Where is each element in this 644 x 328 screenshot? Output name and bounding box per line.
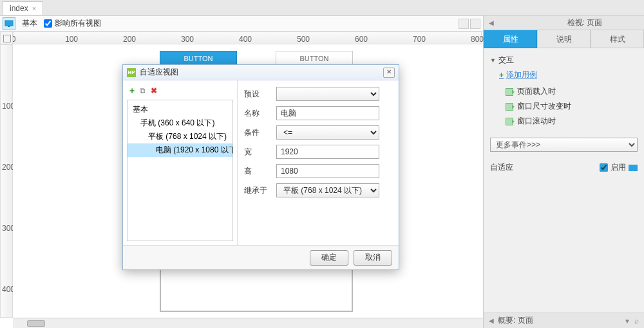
tree-item-mobile[interactable]: 手机 (360 x 640 以下): [128, 116, 232, 130]
filter-icon[interactable]: ▾: [625, 316, 629, 325]
affect-all-label: 影响所有视图: [55, 18, 101, 29]
document-tab-bar: index ×: [0, 0, 644, 16]
more-events-select-wrap: 更多事件>>>: [490, 138, 638, 152]
ok-button[interactable]: 确定: [310, 250, 348, 266]
close-icon[interactable]: ×: [32, 5, 36, 12]
dialog-titlebar[interactable]: RP 自适应视图 ✕: [123, 65, 399, 80]
tab-description[interactable]: 说明: [537, 30, 591, 48]
ruler-tick: 200: [123, 35, 136, 44]
scrollbar-thumb[interactable]: [27, 320, 45, 327]
inherit-select[interactable]: 平板 (768 x 1024 以下): [276, 183, 379, 197]
preset-label: 预设: [244, 89, 276, 100]
ruler-tick: 500: [297, 35, 310, 44]
document-tab[interactable]: index ×: [3, 1, 43, 15]
event-label: 页面载入时: [517, 86, 556, 97]
enable-label: 启用: [611, 162, 626, 173]
inspector-tabs: 属性 说明 样式: [484, 30, 644, 48]
adaptive-view-icon[interactable]: [3, 17, 15, 30]
event-onload[interactable]: 页面载入时: [490, 84, 638, 99]
tab-style[interactable]: 样式: [591, 30, 644, 48]
ruler-tick: 300: [181, 35, 194, 44]
condition-label: 条件: [244, 127, 276, 138]
event-onresize[interactable]: 窗口尺寸改变时: [490, 99, 638, 114]
height-label: 高: [244, 166, 276, 177]
ruler-tick: 400: [239, 35, 252, 44]
delete-view-button[interactable]: ✖: [151, 86, 157, 95]
height-input[interactable]: [276, 164, 379, 178]
tab-properties[interactable]: 属性: [484, 30, 537, 48]
interaction-section: ▼ 交互 + 添加用例 页面载入时 窗口尺寸改变时 窗口滚动时: [484, 48, 644, 132]
add-case-label: 添加用例: [506, 69, 537, 80]
duplicate-view-button[interactable]: ⧉: [140, 86, 146, 95]
horizontal-scrollbar[interactable]: [13, 318, 483, 328]
app-logo-icon: RP: [127, 68, 136, 77]
adaptive-views-dialog: RP 自适应视图 ✕ + ⧉ ✖ 基本 手机 (360 x 640 以下) 平板…: [122, 64, 399, 270]
add-case-link[interactable]: + 添加用例: [490, 68, 638, 84]
event-onscroll[interactable]: 窗口滚动时: [490, 114, 638, 129]
affect-all-checkbox-input[interactable]: [44, 19, 52, 28]
search-icon[interactable]: ⌕: [634, 316, 639, 325]
tree-item-tablet[interactable]: 平板 (768 x 1024 以下): [128, 130, 232, 143]
base-view-label[interactable]: 基本: [18, 18, 41, 29]
inspector-panel: ◀ 检视: 页面 属性 说明 样式 ▼ 交互 + 添加用例 页面载入时 窗口尺寸…: [483, 16, 644, 328]
toolbar-mini-btn-1[interactable]: [459, 19, 469, 29]
dialog-tree-pane: + ⧉ ✖ 基本 手机 (360 x 640 以下) 平板 (768 x 102…: [123, 80, 238, 245]
dialog-close-button[interactable]: ✕: [383, 68, 395, 78]
ruler-vertical: 100200300400: [0, 44, 13, 318]
ruler-tick: 800: [471, 35, 484, 44]
condition-select[interactable]: <=: [276, 125, 379, 140]
tree-toolbar: + ⧉ ✖: [127, 84, 233, 100]
ruler-tick: 600: [355, 35, 368, 44]
outline-title: 概要: 页面: [498, 315, 533, 326]
event-icon: [506, 88, 513, 96]
outline-footer[interactable]: ◀ 概要: 页面 ▾ ⌕: [484, 313, 644, 328]
tree-item-base[interactable]: 基本: [128, 103, 232, 116]
event-label: 窗口尺寸改变时: [517, 101, 571, 112]
more-events-select[interactable]: 更多事件>>>: [490, 138, 638, 152]
interaction-label: 交互: [498, 55, 514, 66]
add-view-button[interactable]: +: [129, 86, 135, 96]
ruler-horizontal: 0100200300400500600700800: [13, 32, 482, 44]
svg-rect-1: [8, 26, 10, 27]
toolbar-mini-btn-2[interactable]: [470, 19, 480, 29]
dialog-form-pane: 预设 名称 条件 <= 宽 高 继承于 平板 (768 x 1024 以下): [238, 80, 399, 245]
inspector-header: ◀ 检视: 页面: [484, 16, 644, 30]
ruler-tick: 100: [65, 35, 78, 44]
tree-item-desktop[interactable]: 电脑 (1920 x 1080 以下): [128, 143, 232, 157]
chevron-down-icon: ▼: [490, 57, 496, 64]
adaptive-row: 自适应 启用: [484, 157, 644, 178]
event-icon: [506, 118, 513, 125]
event-icon: [506, 103, 513, 111]
adaptive-label: 自适应: [490, 162, 513, 173]
width-label: 宽: [244, 147, 276, 158]
svg-rect-0: [5, 21, 13, 26]
tab-label: index: [10, 4, 28, 13]
inspector-title: 检视: 页面: [567, 17, 603, 28]
canvas-toolbar: 基本 影响所有视图: [0, 16, 483, 32]
collapse-icon[interactable]: ◀: [489, 19, 494, 26]
interaction-section-head[interactable]: ▼ 交互: [490, 52, 638, 68]
adaptive-mini-icon[interactable]: [629, 165, 638, 171]
name-input[interactable]: [276, 106, 379, 120]
cancel-button[interactable]: 取消: [354, 250, 392, 266]
views-tree: 基本 手机 (360 x 640 以下) 平板 (768 x 1024 以下) …: [127, 100, 233, 241]
inherit-label: 继承于: [244, 185, 276, 196]
plus-icon: +: [499, 71, 504, 80]
width-input[interactable]: [276, 145, 379, 159]
ruler-tick: 700: [413, 35, 426, 44]
ruler-corner: [0, 32, 13, 44]
dialog-title: 自适应视图: [140, 67, 178, 78]
event-label: 窗口滚动时: [517, 116, 556, 127]
collapse-icon[interactable]: ◀: [489, 317, 494, 324]
enable-adaptive-checkbox[interactable]: [600, 163, 608, 172]
preset-select[interactable]: [276, 87, 379, 101]
name-label: 名称: [244, 108, 276, 119]
dialog-footer: 确定 取消: [123, 245, 399, 269]
affect-all-views-checkbox[interactable]: 影响所有视图: [44, 18, 101, 29]
